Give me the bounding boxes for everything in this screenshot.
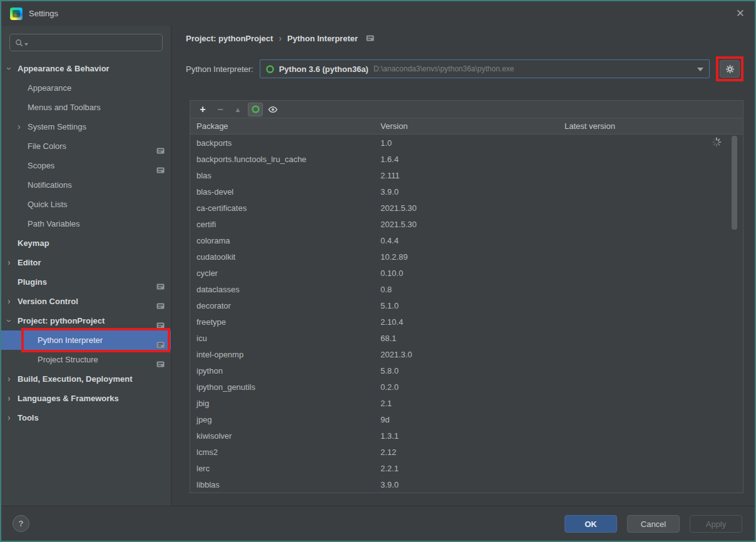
remove-package-button[interactable]: − — [213, 103, 228, 116]
dropdown-arrow-icon[interactable] — [697, 68, 703, 71]
table-row[interactable]: ipython 5.8.0 — [190, 362, 743, 379]
sidebar-item[interactable]: File Colors — [1, 136, 171, 156]
chevron-icon[interactable] — [8, 369, 18, 389]
package-name-cell: backports — [190, 138, 374, 148]
table-row[interactable]: colorama 0.4.4 — [190, 232, 743, 248]
sidebar-item[interactable]: Scopes — [1, 156, 171, 175]
search-icon — [15, 39, 23, 47]
sidebar-item-label: Version Control — [18, 292, 78, 311]
sidebar-item-label: Appearance & Behavior — [18, 59, 110, 78]
interpreter-path: D:\anaconda3\envs\python36a\python.exe — [374, 64, 514, 73]
sidebar-item[interactable]: Editor — [1, 253, 171, 272]
add-package-button[interactable]: + — [195, 103, 210, 116]
close-icon[interactable]: ✕ — [736, 7, 745, 20]
sidebar-item[interactable]: Notifications — [1, 175, 171, 195]
sidebar-item[interactable]: Quick Lists — [1, 195, 171, 214]
table-row[interactable]: decorator 5.1.0 — [190, 297, 743, 314]
upgrade-package-button[interactable]: ▲ — [230, 103, 245, 116]
package-name-cell: cycler — [190, 268, 374, 278]
package-version-cell: 3.9.0 — [374, 480, 558, 489]
sidebar-item[interactable]: Appearance & Behavior — [1, 59, 171, 78]
package-version-cell: 9d — [374, 415, 558, 424]
sidebar-tree: Appearance & Behavior Appearance — [1, 59, 171, 427]
table-row[interactable]: dataclasses 0.8 — [190, 281, 743, 297]
chevron-icon[interactable] — [8, 408, 18, 427]
title-bar: Settings ✕ — [1, 1, 755, 26]
table-row[interactable]: ca-certificates 2021.5.30 — [190, 200, 743, 216]
table-row[interactable]: kiwisolver 1.3.1 — [190, 427, 743, 444]
sidebar-item[interactable]: Languages & Frameworks — [1, 389, 171, 408]
table-row[interactable]: backports 1.0 — [190, 135, 743, 151]
search-box[interactable] — [9, 34, 163, 51]
conda-icon — [251, 105, 260, 114]
vertical-scrollbar-thumb[interactable] — [732, 136, 737, 230]
package-table-panel: + − ▲ Package Version Late — [190, 100, 743, 493]
chevron-icon[interactable] — [8, 292, 18, 311]
search-history-caret-icon[interactable] — [24, 43, 28, 46]
sidebar-item-label: Editor — [18, 253, 41, 272]
sidebar-item[interactable]: Keymap — [1, 233, 171, 253]
settings-dialog: Settings ✕ Appearance & Behavior — [0, 0, 756, 542]
help-button[interactable]: ? — [13, 515, 29, 532]
table-row[interactable]: lerc 2.2.1 — [190, 460, 743, 476]
package-name-cell: certifi — [190, 220, 374, 229]
ok-button[interactable]: OK — [564, 515, 617, 533]
chevron-icon[interactable] — [8, 389, 18, 408]
gear-icon — [725, 64, 735, 74]
table-row[interactable]: jbig 2.1 — [190, 395, 743, 411]
sidebar-item-label: Keymap — [18, 233, 49, 253]
table-row[interactable]: cycler 0.10.0 — [190, 265, 743, 281]
package-version-cell: 10.2.89 — [374, 252, 558, 262]
sidebar-item[interactable]: Path Variables — [1, 214, 171, 233]
package-version-cell: 2.111 — [374, 171, 558, 180]
table-row[interactable]: ipython_genutils 0.2.0 — [190, 379, 743, 395]
dialog-footer: ? OK Cancel Apply — [1, 506, 755, 541]
package-version-cell: 2021.3.0 — [374, 350, 558, 359]
show-early-releases-toggle[interactable] — [265, 103, 280, 116]
package-name-cell: decorator — [190, 301, 374, 310]
sidebar-item[interactable]: System Settings — [1, 117, 171, 136]
sidebar-item[interactable]: Build, Execution, Deployment — [1, 369, 171, 389]
sidebar-item-label: Project Structure — [38, 350, 98, 369]
table-row[interactable]: backports.functools_lru_cache 1.6.4 — [190, 151, 743, 167]
sidebar-item[interactable]: Project Structure — [1, 350, 171, 369]
column-header-version[interactable]: Version — [374, 121, 558, 131]
chevron-icon[interactable] — [8, 59, 18, 78]
sidebar-item[interactable]: Appearance — [1, 78, 171, 98]
sidebar-item-label: Python Interpreter — [38, 330, 103, 350]
table-row[interactable]: libblas 3.9.0 — [190, 476, 743, 493]
table-row[interactable]: intel-openmp 2021.3.0 — [190, 346, 743, 362]
table-row[interactable]: jpeg 9d — [190, 411, 743, 427]
package-name-cell: blas — [190, 171, 374, 180]
table-row[interactable]: freetype 2.10.4 — [190, 314, 743, 330]
package-version-cell: 5.8.0 — [374, 366, 558, 376]
table-row[interactable]: blas 2.111 — [190, 167, 743, 183]
column-header-latest-version[interactable]: Latest version — [558, 121, 743, 131]
sidebar-item[interactable]: Plugins — [1, 272, 171, 292]
table-row[interactable]: icu 68.1 — [190, 330, 743, 346]
use-conda-manager-toggle[interactable] — [248, 103, 263, 116]
search-input[interactable] — [32, 38, 157, 48]
breadcrumb-project[interactable]: Project: pythonProject — [186, 34, 273, 43]
sidebar-item[interactable]: Project: pythonProject — [1, 311, 171, 330]
sidebar-item[interactable]: Menus and Toolbars — [1, 98, 171, 117]
package-name-cell: intel-openmp — [190, 350, 374, 359]
cancel-button[interactable]: Cancel — [627, 515, 680, 533]
sidebar-item[interactable]: Version Control — [1, 292, 171, 311]
table-row[interactable]: blas-devel 3.9.0 — [190, 183, 743, 200]
apply-button[interactable]: Apply — [690, 515, 742, 533]
package-name-cell: lcms2 — [190, 447, 374, 457]
package-name-cell: blas-devel — [190, 187, 374, 197]
sidebar-item[interactable]: Python Interpreter — [1, 330, 171, 350]
interpreter-dropdown[interactable]: Python 3.6 (python36a) D:\anaconda3\envs… — [260, 59, 710, 78]
chevron-icon[interactable] — [18, 117, 28, 136]
chevron-icon[interactable] — [8, 311, 18, 330]
table-row[interactable]: certifi 2021.5.30 — [190, 216, 743, 232]
chevron-icon[interactable] — [8, 253, 18, 272]
table-row[interactable]: cudatoolkit 10.2.89 — [190, 248, 743, 265]
column-header-package[interactable]: Package — [190, 121, 374, 131]
sidebar-item[interactable]: Tools — [1, 408, 171, 427]
sidebar-item-label: Path Variables — [28, 214, 80, 233]
table-row[interactable]: lcms2 2.12 — [190, 444, 743, 460]
interpreter-settings-gear-button[interactable] — [720, 60, 740, 78]
